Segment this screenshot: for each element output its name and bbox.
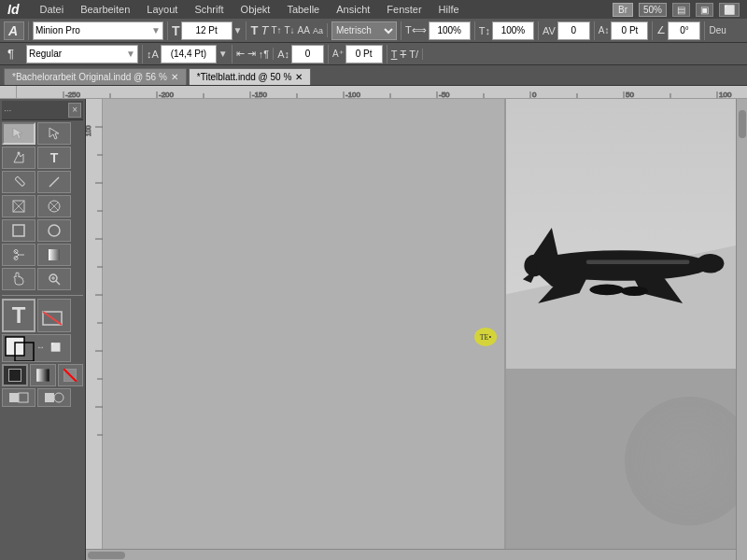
pencil-tool-btn[interactable]: [2, 171, 35, 193]
tab-close-titelblatt[interactable]: ✕: [295, 72, 303, 82]
svg-text:0: 0: [532, 91, 537, 98]
baseline2-input[interactable]: [345, 45, 383, 63]
toolbox: ··· × T: [0, 99, 86, 560]
line-tool-btn[interactable]: [37, 171, 71, 193]
app-logo: Id: [4, 2, 22, 17]
bold-icon[interactable]: T: [250, 23, 258, 37]
tab-close-bachelorarbeit[interactable]: ✕: [171, 72, 178, 82]
normal-view-btn[interactable]: [2, 388, 35, 407]
workspace[interactable]: TE•: [103, 99, 736, 549]
svg-point-23: [18, 152, 21, 155]
toolbox-close-btn[interactable]: ×: [68, 103, 81, 118]
apply-none-btn[interactable]: [58, 364, 84, 386]
view-btn3[interactable]: ⬜: [719, 3, 740, 17]
svg-line-41: [56, 281, 60, 285]
tool-row-pencil: [2, 171, 83, 193]
svg-text:100: 100: [86, 125, 92, 136]
tracking-input[interactable]: [557, 21, 590, 40]
angle-input[interactable]: [668, 21, 700, 40]
tab-titelblatt[interactable]: *Titelblatt.indd @ 50 % ✕: [189, 68, 312, 85]
menu-fenster[interactable]: Fenster: [383, 4, 425, 15]
svg-point-71: [697, 254, 725, 273]
scissors-tool-btn[interactable]: [2, 244, 35, 266]
svg-rect-32: [13, 225, 24, 236]
svg-rect-50: [36, 369, 49, 382]
baseline-input[interactable]: [611, 21, 648, 40]
tool-row-color: [2, 364, 83, 386]
menu-bar: Id Datei Bearbeiten Layout Schrift Objek…: [0, 0, 747, 19]
space-before-icon[interactable]: ↑¶: [259, 49, 269, 60]
fill-stroke-btn[interactable]: ↔ ⬜: [2, 334, 71, 362]
main-area: ··· × T: [0, 99, 747, 560]
hand-tool-btn[interactable]: [2, 268, 35, 290]
toolbox-divider: [2, 295, 83, 296]
tool-row-big-t: T: [2, 299, 83, 332]
leading-input[interactable]: [161, 45, 217, 63]
rect-tool-btn[interactable]: [2, 219, 35, 242]
menu-layout[interactable]: Layout: [143, 4, 181, 15]
svg-text:⬜: ⬜: [50, 342, 62, 353]
svg-point-56: [54, 393, 63, 402]
sub-icon[interactable]: T↓: [284, 25, 294, 35]
svg-rect-39: [49, 249, 60, 260]
view-btn1[interactable]: ▤: [672, 3, 690, 17]
toolbox-header: ··· ×: [2, 101, 83, 120]
font-style-field[interactable]: Regular ▼: [26, 45, 138, 63]
svg-text:-250: -250: [65, 91, 81, 98]
kerning-select[interactable]: Metrisch: [331, 21, 397, 40]
menu-hilfe[interactable]: Hilfe: [435, 4, 463, 15]
selection-tool-btn[interactable]: [2, 122, 35, 145]
menu-tabelle[interactable]: Tabelle: [283, 4, 323, 15]
caps-icon[interactable]: AA: [298, 25, 310, 35]
indent-icon[interactable]: ⇤: [236, 48, 245, 60]
font-size-dropdown[interactable]: ▼: [233, 25, 243, 35]
menu-schrift[interactable]: Schrift: [190, 4, 227, 15]
tab-bachelorarbeit[interactable]: *Bachelorarbeit Original.indd @ 56 % ✕: [4, 68, 187, 85]
apply-color-btn[interactable]: [2, 364, 28, 386]
ruler-vertical: 100: [86, 99, 103, 549]
type-tool-btn[interactable]: T: [37, 147, 71, 169]
apply-gradient-btn[interactable]: [30, 364, 56, 386]
scale-h-input[interactable]: [429, 21, 471, 40]
view-btn2[interactable]: ▣: [696, 3, 713, 17]
super-icon[interactable]: T↑: [271, 25, 281, 35]
ellipse-tool-btn[interactable]: [37, 219, 71, 242]
svg-line-25: [49, 177, 59, 187]
tracking-icon: AV: [543, 25, 556, 36]
tool-row-pen: T: [2, 147, 83, 169]
scrollbar-h[interactable]: [86, 549, 736, 560]
font-name-field[interactable]: Minion Pro ▼: [33, 21, 163, 40]
italic-icon[interactable]: T: [261, 23, 268, 37]
tool-row-shape: [2, 219, 83, 242]
menu-datei[interactable]: Datei: [35, 4, 67, 15]
strikethrough-icon[interactable]: T: [400, 49, 406, 60]
ellipse-frame-tool-btn[interactable]: [37, 195, 71, 217]
leading-dropdown[interactable]: ▼: [218, 49, 228, 59]
scale-v-input[interactable]: [492, 21, 534, 40]
direct-selection-tool-btn[interactable]: [37, 122, 71, 145]
big-type-btn[interactable]: T: [2, 299, 35, 332]
text-cursor-bubble[interactable]: TE•: [474, 328, 497, 346]
scrollbar-v[interactable]: [736, 99, 747, 560]
menu-ansicht[interactable]: Ansicht: [332, 4, 374, 15]
toolbox-drag-handle[interactable]: ···: [4, 105, 68, 116]
underline-icon[interactable]: T: [391, 49, 398, 60]
tracking2-input[interactable]: [291, 45, 324, 63]
small-caps-icon[interactable]: Aa: [313, 26, 323, 35]
zoom-tool-btn[interactable]: [37, 268, 71, 290]
indent2-icon[interactable]: ⇥: [247, 48, 256, 60]
menu-objekt[interactable]: Objekt: [237, 4, 275, 15]
preview-btn[interactable]: [37, 388, 71, 407]
slash-icon[interactable]: T/: [409, 49, 418, 60]
bridge-btn[interactable]: Br: [613, 3, 633, 17]
font-size-input[interactable]: [181, 21, 233, 40]
char-format-btn[interactable]: A: [4, 21, 24, 40]
rect-frame-tool-btn[interactable]: [2, 195, 35, 217]
red-slash-btn[interactable]: [37, 299, 71, 332]
scale-h-icon: T⟺: [405, 24, 427, 36]
zoom-select[interactable]: 50%: [639, 3, 667, 17]
gradient-tool-btn[interactable]: [37, 244, 71, 266]
pen-tool-btn[interactable]: [2, 147, 35, 169]
menu-bearbeiten[interactable]: Bearbeiten: [77, 4, 134, 15]
svg-line-45: [43, 312, 62, 325]
